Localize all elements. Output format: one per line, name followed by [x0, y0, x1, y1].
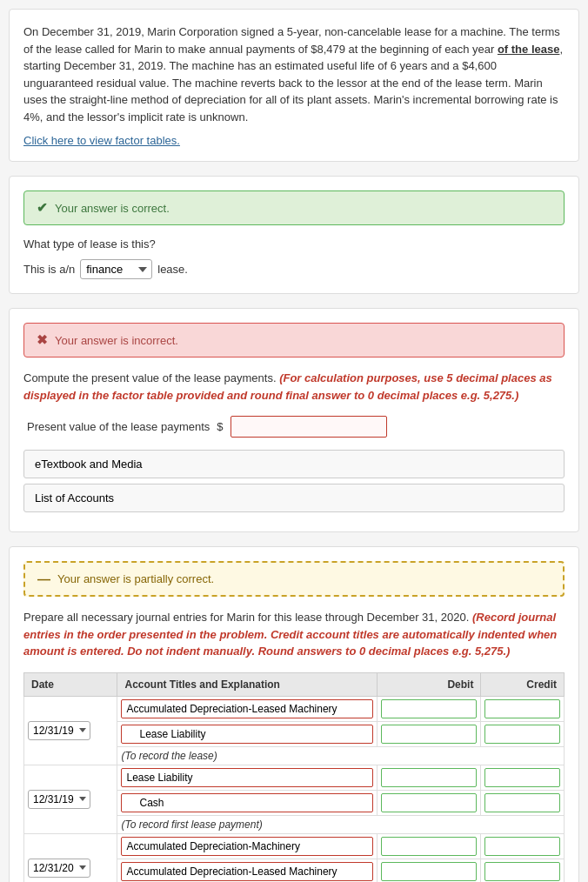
debit-cell-3a	[378, 833, 481, 859]
credit-cell-1a	[481, 696, 565, 721]
account-cell-1b	[117, 721, 378, 746]
lease-type-select[interactable]: finance operating	[80, 259, 152, 279]
correct-banner: ✔ Your answer is correct.	[23, 190, 565, 225]
pv-label: Present value of the lease payments	[27, 420, 210, 433]
account-input-3a[interactable]	[121, 837, 373, 856]
credit-input-2a[interactable]	[484, 768, 560, 787]
correct-banner-text: Your answer is correct.	[55, 202, 170, 215]
problem-text: On December 31, 2019, Marin Corporation …	[23, 23, 565, 125]
table-row: 12/31/20 12/31/19	[24, 833, 565, 859]
account-cell-2b	[117, 790, 378, 815]
debit-input-3b[interactable]	[381, 862, 477, 881]
account-input-1b[interactable]	[121, 725, 373, 744]
date-select-1[interactable]: 12/31/19 12/31/20	[28, 721, 90, 740]
table-row: 12/31/19 12/31/20	[24, 696, 565, 721]
journal-instruction: Prepare all necessary journal entries fo…	[23, 609, 565, 660]
lease-suffix: lease.	[157, 263, 188, 276]
account-cell-1a	[117, 696, 378, 721]
account-cell-3b	[117, 859, 378, 882]
credit-cell-3a	[481, 833, 565, 859]
date-cell-1: 12/31/19 12/31/20	[24, 696, 117, 765]
pv-instruction: Compute the present value of the lease p…	[23, 370, 565, 404]
debit-input-1a[interactable]	[381, 699, 477, 718]
credit-input-1a[interactable]	[484, 699, 560, 718]
part3-card: — Your answer is partially correct. Prep…	[9, 546, 579, 882]
factor-tables-link[interactable]: Click here to view factor tables.	[23, 134, 180, 147]
credit-input-3a[interactable]	[484, 837, 560, 856]
part2-card: ✖ Your answer is incorrect. Compute the …	[9, 308, 579, 532]
debit-cell-1a	[378, 696, 481, 721]
pv-instruction-main: Compute the present value of the lease p…	[23, 371, 277, 384]
debit-cell-3b	[378, 859, 481, 882]
debit-cell-2b	[378, 790, 481, 815]
debit-cell-2a	[378, 765, 481, 790]
dash-icon: —	[37, 571, 50, 586]
credit-input-2b[interactable]	[484, 793, 560, 812]
note-1: (To record the lease)	[117, 746, 565, 765]
credit-cell-1b	[481, 721, 565, 746]
partial-banner: — Your answer is partially correct.	[23, 561, 565, 597]
account-cell-2a	[117, 765, 378, 790]
credit-cell-3b	[481, 859, 565, 882]
credit-input-3b[interactable]	[484, 862, 560, 881]
part1-card: ✔ Your answer is correct. What type of l…	[9, 176, 579, 294]
incorrect-banner: ✖ Your answer is incorrect.	[23, 323, 565, 357]
date-select-3[interactable]: 12/31/20 12/31/19	[28, 859, 90, 878]
journal-instruction-main: Prepare all necessary journal entries fo…	[23, 611, 469, 624]
dollar-sign: $	[217, 420, 223, 433]
etextbook-button[interactable]: eTextbook and Media	[23, 450, 565, 478]
x-icon: ✖	[37, 332, 48, 348]
account-input-2b[interactable]	[121, 793, 373, 812]
problem-text-part1: On December 31, 2019, Marin Corporation …	[23, 25, 560, 56]
th-date: Date	[24, 672, 117, 696]
credit-cell-2b	[481, 790, 565, 815]
note-2: (To record first lease payment)	[117, 815, 565, 833]
account-input-3b[interactable]	[121, 862, 373, 881]
th-credit: Credit	[481, 672, 565, 696]
list-of-accounts-button[interactable]: List of Accounts	[23, 484, 565, 512]
credit-cell-2a	[481, 765, 565, 790]
date-cell-3: 12/31/20 12/31/19	[24, 833, 117, 882]
date-cell-2: 12/31/19 12/31/20	[24, 765, 117, 833]
debit-input-1b[interactable]	[381, 725, 477, 744]
partial-banner-text: Your answer is partially correct.	[57, 572, 214, 585]
problem-statement: On December 31, 2019, Marin Corporation …	[9, 9, 579, 162]
th-debit: Debit	[378, 672, 481, 696]
account-cell-3a	[117, 833, 378, 859]
lease-type-row: This is a/n finance operating lease.	[23, 259, 565, 279]
pv-input[interactable]	[231, 416, 387, 438]
th-account: Account Titles and Explanation	[117, 672, 378, 696]
table-row: 12/31/19 12/31/20	[24, 765, 565, 790]
account-input-1a[interactable]	[121, 699, 373, 718]
pv-row: Present value of the lease payments $	[23, 416, 565, 438]
date-select-2[interactable]: 12/31/19 12/31/20	[28, 790, 90, 809]
journal-table: Date Account Titles and Explanation Debi…	[23, 672, 565, 883]
debit-input-2a[interactable]	[381, 768, 477, 787]
checkmark-icon: ✔	[37, 200, 48, 216]
problem-bold: of the lease	[498, 43, 560, 56]
incorrect-banner-text: Your answer is incorrect.	[55, 334, 178, 347]
lease-type-question: What type of lease is this?	[23, 237, 565, 251]
lease-type-prefix: This is a/n	[23, 263, 75, 276]
debit-cell-1b	[378, 721, 481, 746]
credit-input-1b[interactable]	[484, 725, 560, 744]
debit-input-3a[interactable]	[381, 837, 477, 856]
debit-input-2b[interactable]	[381, 793, 477, 812]
account-input-2a[interactable]	[121, 768, 373, 787]
